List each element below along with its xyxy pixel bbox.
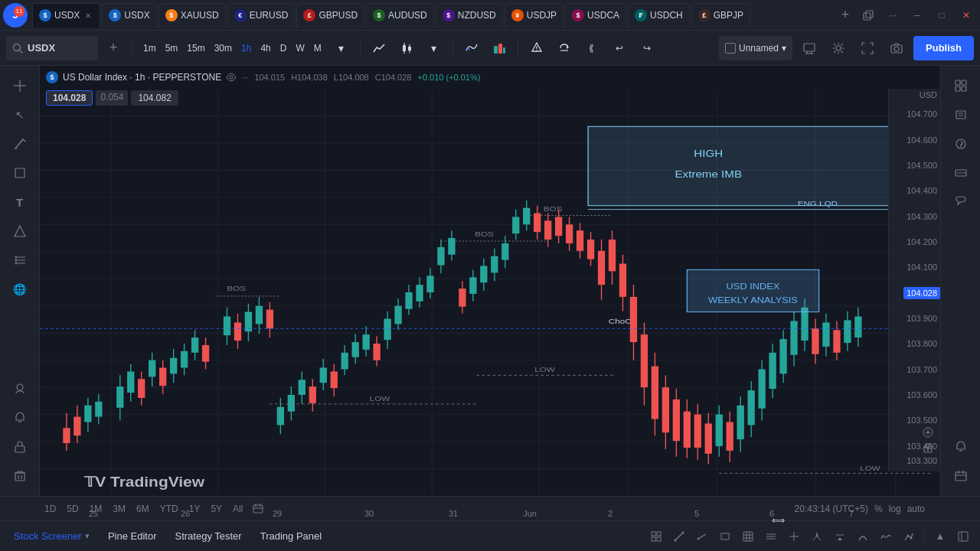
maximize-icon[interactable]: □ xyxy=(931,5,952,26)
period-5d[interactable]: 5D xyxy=(62,502,83,516)
period-5y[interactable]: 5Y xyxy=(206,502,227,516)
scale-icon[interactable]: ⟺ xyxy=(772,515,785,526)
go-back-button[interactable]: ⟪ xyxy=(580,36,604,60)
period-1y[interactable]: 1Y xyxy=(185,502,205,516)
timeframe-dropdown[interactable]: ▾ xyxy=(329,36,354,60)
tab-audusd[interactable]: $AUDUSD xyxy=(366,3,434,28)
settings-button[interactable] xyxy=(826,36,851,60)
tab-gbpusd[interactable]: £GBPUSD xyxy=(296,3,364,28)
period-1d[interactable]: 1D xyxy=(40,502,60,516)
more-options-icon[interactable]: ··· xyxy=(882,5,903,26)
replay-button[interactable] xyxy=(552,36,577,60)
ray-tool[interactable] xyxy=(691,526,713,547)
hlines-tool[interactable] xyxy=(760,526,782,547)
charts-button[interactable] xyxy=(947,72,975,99)
strategy-tester-button[interactable]: Strategy Tester xyxy=(167,524,249,549)
lock-button[interactable] xyxy=(6,433,34,461)
cross-tool[interactable] xyxy=(783,526,805,547)
log-label[interactable]: log xyxy=(889,504,901,514)
timeframe-5m[interactable]: 5m xyxy=(161,37,183,59)
tab-usdcad[interactable]: $USDCA xyxy=(565,3,626,28)
tab-xauusd[interactable]: $XAUUSD xyxy=(158,3,226,28)
add-tab-button[interactable]: + xyxy=(835,5,856,26)
trading-panel-button[interactable]: Trading Panel xyxy=(253,524,329,549)
selection-tool[interactable] xyxy=(645,526,667,547)
line-chart-button[interactable] xyxy=(367,36,391,60)
chat-button[interactable] xyxy=(947,188,975,216)
shapes-tool[interactable] xyxy=(6,159,34,187)
chart-extra-options[interactable]: ··· xyxy=(241,73,248,82)
watchlist-right-button[interactable] xyxy=(947,101,975,129)
calendar-range-button[interactable] xyxy=(249,500,267,518)
indicators-button[interactable] xyxy=(459,36,484,60)
price-axis-lock[interactable] xyxy=(922,442,934,456)
period-6m[interactable]: 6M xyxy=(132,502,154,516)
tab-eurusd[interactable]: €EURUSD xyxy=(227,3,296,28)
pitchfork-tool[interactable] xyxy=(806,526,828,547)
watchlist-button[interactable] xyxy=(6,375,34,403)
price-level-tool[interactable] xyxy=(829,526,851,547)
minimize-icon[interactable]: ─ xyxy=(906,5,928,26)
tab-usdjpy[interactable]: ¥USDJP xyxy=(505,3,564,28)
fullscreen-button[interactable] xyxy=(855,36,880,60)
restore-icon[interactable] xyxy=(858,5,879,26)
alerts-right-button[interactable] xyxy=(947,433,975,461)
pine-editor-button[interactable]: Pine Editor xyxy=(100,524,165,549)
stock-screener-dropdown[interactable]: ▾ xyxy=(85,531,90,541)
tab-usdx2[interactable]: $USDX xyxy=(102,3,156,28)
timeframe-m[interactable]: M xyxy=(309,37,326,59)
period-all[interactable]: All xyxy=(228,502,247,516)
timeframe-d[interactable]: D xyxy=(276,37,292,59)
tab-usdchf[interactable]: ₣USDCH xyxy=(628,3,690,28)
crosshair-tool[interactable] xyxy=(6,72,34,99)
chart-type-dropdown[interactable]: ▾ xyxy=(422,36,446,60)
publish-button[interactable]: Publish xyxy=(913,36,974,60)
user-avatar[interactable]: J 11 xyxy=(3,3,28,28)
close-icon[interactable]: ✕ xyxy=(956,5,977,26)
patterns-tool[interactable] xyxy=(6,217,34,245)
camera-button[interactable] xyxy=(884,36,909,60)
draw-tool[interactable] xyxy=(6,130,34,158)
rect-tool[interactable] xyxy=(714,526,736,547)
text-tool[interactable]: T xyxy=(6,188,34,216)
timeframe-1m[interactable]: 1m xyxy=(139,37,161,59)
price-axis-zoom[interactable] xyxy=(922,426,934,441)
layout-selector[interactable]: Unnamed ▾ xyxy=(719,36,792,60)
timeframe-w[interactable]: W xyxy=(291,37,309,59)
period-3m[interactable]: 3M xyxy=(108,502,130,516)
fib-tool[interactable] xyxy=(6,246,34,274)
redo-button[interactable]: ↪ xyxy=(635,36,659,60)
chart-area[interactable]: $ US Dollar Index · 1h · PEPPERSTONE ···… xyxy=(40,66,940,496)
timeframe-4h[interactable]: 4h xyxy=(256,37,275,59)
cursor-tool[interactable]: ↖ xyxy=(6,101,34,129)
tab-nzdusd[interactable]: $NZDUSD xyxy=(436,3,503,28)
collapse-panel[interactable]: ▲ xyxy=(929,526,951,547)
tab-close-usdx[interactable]: ✕ xyxy=(83,10,93,21)
timeframe-1h[interactable]: 1h xyxy=(237,37,256,59)
strategies-button[interactable] xyxy=(487,36,511,60)
arc-tool[interactable] xyxy=(852,526,874,547)
wave-tool[interactable] xyxy=(875,526,897,547)
multi-line-tool[interactable] xyxy=(898,526,920,547)
tab-usdx[interactable]: $USDX✕ xyxy=(32,3,100,28)
trendline-tool[interactable] xyxy=(668,526,690,547)
add-symbol-button[interactable]: + xyxy=(101,36,126,60)
period-1m[interactable]: 1M xyxy=(85,502,107,516)
timeframe-15m[interactable]: 15m xyxy=(182,37,209,59)
alert-button[interactable] xyxy=(524,36,549,60)
period-ytd[interactable]: YTD xyxy=(155,502,183,516)
candle-chart-button[interactable] xyxy=(394,36,419,60)
expand-panel[interactable] xyxy=(952,526,974,547)
multiscreen-button[interactable] xyxy=(797,36,822,60)
data-window-button[interactable] xyxy=(947,130,975,158)
timeframe-30m[interactable]: 30m xyxy=(210,37,237,59)
symbol-search[interactable]: USDX xyxy=(6,36,98,60)
calendar-button[interactable] xyxy=(947,462,975,490)
tab-gbpjpy[interactable]: £GBPJP xyxy=(691,3,750,28)
hotkeys-button[interactable] xyxy=(947,159,975,187)
auto-label[interactable]: auto xyxy=(907,504,925,514)
undo-button[interactable]: ↩ xyxy=(607,36,632,60)
table-tool[interactable] xyxy=(737,526,759,547)
alerts-sidebar-button[interactable] xyxy=(6,404,34,432)
stock-screener-button[interactable]: Stock Screener ▾ xyxy=(6,524,97,549)
